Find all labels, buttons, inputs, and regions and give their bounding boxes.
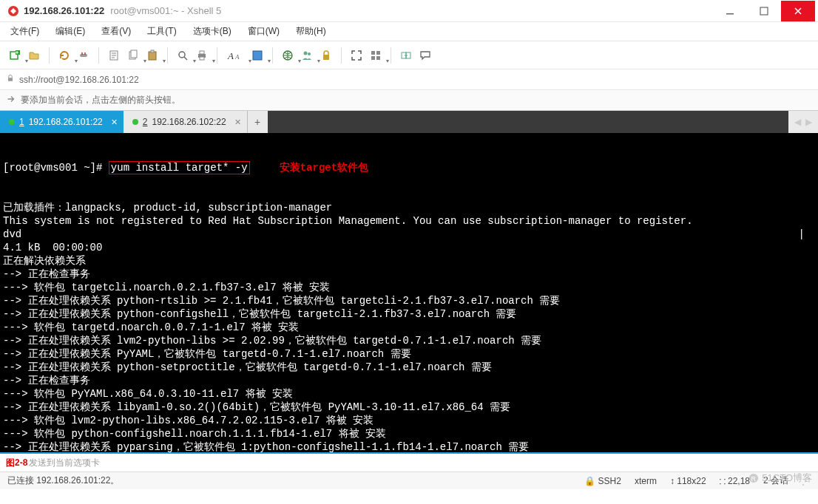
svg-rect-5 bbox=[80, 54, 87, 57]
svg-rect-28 bbox=[8, 78, 13, 81]
menu-view[interactable]: 查看(V) bbox=[98, 24, 134, 39]
toolbar-separator bbox=[391, 47, 391, 64]
tab-close-icon[interactable]: ✕ bbox=[111, 118, 118, 127]
tab-prev-icon[interactable]: ◀ bbox=[794, 117, 801, 127]
font-button[interactable]: AA bbox=[223, 47, 247, 64]
toolbar-separator bbox=[272, 47, 273, 64]
terminal-line: ---> 软件包 targetd.noarch.0.0.7.1-1.el7 将被… bbox=[3, 321, 815, 334]
svg-rect-24 bbox=[371, 56, 375, 60]
chat-button[interactable] bbox=[416, 47, 434, 64]
window-buttons bbox=[713, 1, 815, 21]
menu-tools[interactable]: 工具(T) bbox=[144, 24, 179, 39]
users-button[interactable] bbox=[298, 47, 316, 64]
color-button[interactable] bbox=[249, 47, 266, 64]
terminal-line: 正在解决依赖关系 bbox=[3, 254, 815, 268]
titlebar: 192.168.26.101:22 root@vms001:~ - Xshell… bbox=[0, 0, 818, 22]
close-button[interactable] bbox=[781, 1, 815, 21]
figure-label: 图2-8 bbox=[6, 457, 27, 469]
status-protocol: 🔒 SSH2 bbox=[584, 476, 621, 486]
annotation-text: 安装target软件包 bbox=[280, 162, 368, 174]
hintbar: 要添加当前会话，点击左侧的箭头按钮。 bbox=[0, 90, 818, 111]
svg-text:A: A bbox=[227, 50, 234, 61]
add-tab-button[interactable]: + bbox=[247, 111, 268, 133]
tab-number: 2 bbox=[143, 117, 148, 127]
tabbar: 1 192.168.26.101:22 ✕ 2 192.168.26.102:2… bbox=[0, 111, 818, 133]
toolbar-separator bbox=[341, 47, 342, 64]
status-connection: 已连接 192.168.26.101:22。 bbox=[7, 474, 119, 487]
session-tab-1[interactable]: 1 192.168.26.101:22 ✕ bbox=[0, 111, 124, 133]
tab-close-icon[interactable]: ✕ bbox=[234, 118, 241, 127]
svg-rect-9 bbox=[149, 52, 156, 60]
terminal-line: --> 正在处理依赖关系 python-configshell，它被软件包 ta… bbox=[3, 307, 815, 321]
fullscreen-button[interactable] bbox=[348, 47, 365, 64]
open-button[interactable] bbox=[25, 47, 43, 64]
status-pos: ⸬ 22,18 bbox=[720, 476, 750, 486]
terminal-line: --> 正在处理依赖关系 lvm2-python-libs >= 2.02.99… bbox=[3, 334, 815, 347]
copy-button[interactable] bbox=[124, 47, 142, 64]
svg-rect-2 bbox=[760, 7, 768, 15]
properties-button[interactable] bbox=[105, 47, 123, 64]
terminal-line: --> 正在处理依赖关系 PyYAML，它被软件包 targetd-0.7.1-… bbox=[3, 347, 815, 361]
hint-arrow-icon[interactable] bbox=[6, 94, 16, 106]
watermark: R 51CTO博客 bbox=[748, 471, 812, 485]
watermark-text: 51CTO博客 bbox=[762, 471, 812, 485]
toolbar-separator bbox=[217, 47, 217, 64]
menu-window[interactable]: 窗口(W) bbox=[245, 24, 283, 39]
svg-rect-25 bbox=[376, 56, 380, 60]
menu-help[interactable]: 帮助(H) bbox=[293, 24, 329, 39]
status-size: ↕ 118x22 bbox=[670, 476, 706, 486]
svg-rect-14 bbox=[200, 57, 204, 60]
lock-button[interactable] bbox=[317, 47, 335, 64]
svg-rect-13 bbox=[200, 51, 204, 54]
svg-rect-8 bbox=[131, 50, 137, 58]
terminal-line: --> 正在处理依赖关系 pyparsing，它被软件包 1:python-co… bbox=[3, 440, 815, 452]
svg-point-19 bbox=[304, 51, 308, 55]
transfer-button[interactable] bbox=[397, 47, 415, 64]
menu-tabs[interactable]: 选项卡(B) bbox=[190, 24, 234, 39]
app-icon bbox=[7, 5, 19, 17]
tab-label: 192.168.26.101:22 bbox=[29, 117, 103, 127]
svg-text:A: A bbox=[234, 53, 240, 61]
status-term: xterm bbox=[635, 476, 657, 486]
find-button[interactable] bbox=[174, 47, 192, 64]
compose-bar: 图2-8 发送到当前选项卡 bbox=[0, 452, 818, 471]
toolbar-separator bbox=[167, 47, 168, 64]
menubar: 文件(F) 编辑(E) 查看(V) 工具(T) 选项卡(B) 窗口(W) 帮助(… bbox=[0, 22, 818, 41]
paste-button[interactable] bbox=[143, 47, 161, 64]
terminal-line: ---> 软件包 PyYAML.x86_64.0.3.10-11.el7 将被 … bbox=[3, 387, 815, 401]
menu-file[interactable]: 文件(F) bbox=[7, 24, 42, 39]
tab-nav: ◀ ▶ bbox=[788, 111, 818, 133]
prompt-line: [root@vms001 ~]# yum install target* -y安… bbox=[3, 161, 815, 174]
maximize-button[interactable] bbox=[747, 1, 781, 21]
session-tab-2[interactable]: 2 192.168.26.102:22 ✕ bbox=[124, 111, 247, 133]
menu-edit[interactable]: 编辑(E) bbox=[53, 24, 88, 39]
prompt-text: [root@vms001 ~]# bbox=[3, 162, 109, 174]
svg-rect-17 bbox=[253, 51, 262, 60]
status-dot-icon bbox=[9, 119, 15, 125]
terminal-output: 已加载插件：langpacks, product-id, subscriptio… bbox=[3, 201, 815, 452]
addressbar: ssh://root@192.168.26.101:22 bbox=[0, 69, 818, 90]
reconnect-button[interactable] bbox=[55, 47, 73, 64]
terminal-line: --> 正在处理依赖关系 python-rtslib >= 2.1.fb41，它… bbox=[3, 294, 815, 307]
toolbar-separator bbox=[98, 47, 99, 64]
window-title: 192.168.26.101:22 bbox=[24, 5, 104, 16]
svg-rect-21 bbox=[323, 55, 329, 60]
terminal-line: --> 正在处理依赖关系 libyaml-0.so.2()(64bit)，它被软… bbox=[3, 401, 815, 414]
terminal-line: --> 正在检查事务 bbox=[3, 374, 815, 387]
terminal[interactable]: [root@vms001 ~]# yum install target* -y安… bbox=[0, 133, 818, 452]
svg-rect-22 bbox=[371, 51, 375, 55]
tab-next-icon[interactable]: ▶ bbox=[805, 117, 812, 127]
compose-text[interactable]: 发送到当前选项卡 bbox=[29, 457, 100, 469]
new-session-button[interactable] bbox=[6, 47, 24, 64]
svg-rect-10 bbox=[151, 50, 154, 52]
minimize-button[interactable] bbox=[713, 1, 747, 21]
layout-button[interactable] bbox=[367, 47, 385, 64]
globe-button[interactable] bbox=[279, 47, 297, 64]
status-dot-icon bbox=[132, 119, 138, 125]
statusbar: 已连接 192.168.26.101:22。 🔒 SSH2 xterm ↕ 11… bbox=[0, 471, 818, 489]
disconnect-button[interactable] bbox=[75, 47, 92, 64]
toolbar-separator bbox=[49, 47, 50, 64]
terminal-line: ---> 软件包 lvm2-python-libs.x86_64.7.2.02.… bbox=[3, 414, 815, 427]
address-text[interactable]: ssh://root@192.168.26.101:22 bbox=[19, 75, 139, 85]
print-button[interactable] bbox=[193, 47, 211, 64]
